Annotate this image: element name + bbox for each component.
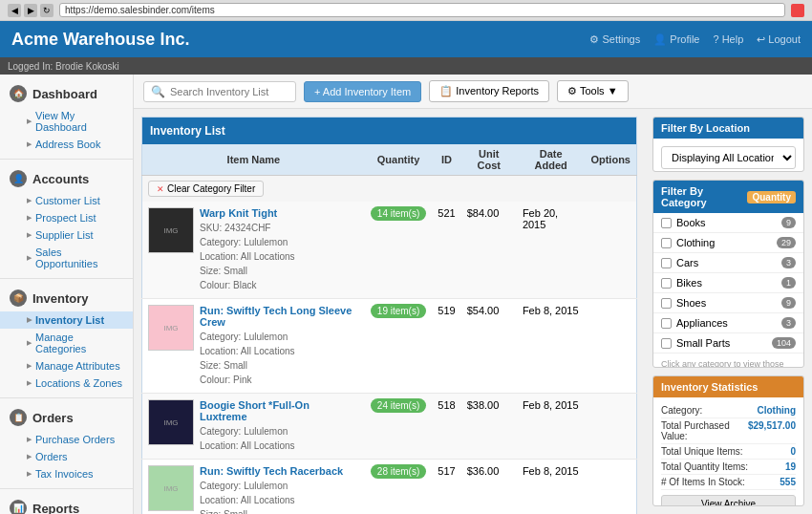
view-archive-btn[interactable]: View Archive	[661, 495, 796, 506]
logout-link[interactable]: ↩ Logout	[757, 33, 801, 46]
cat-name: Bikes	[676, 277, 702, 289]
search-box[interactable]: 🔍	[143, 81, 296, 102]
cat-name: Books	[676, 217, 706, 228]
stats-value: 19	[785, 461, 796, 472]
profile-link[interactable]: 👤 Profile	[653, 33, 699, 46]
app-logo: Acme Warehouse Inc.	[11, 30, 189, 50]
cat-checkbox[interactable]	[661, 278, 672, 289]
item-date-cell: Feb 8, 2015	[517, 394, 586, 460]
item-name-cell: IMG Run: Swiftly Tech Long Sleeve Crew C…	[142, 299, 365, 394]
sidebar-item-sales-opportunities[interactable]: Sales Opportunities	[0, 244, 133, 272]
stats-row: Total Purchased Value: $29,517.00	[661, 418, 796, 444]
help-link[interactable]: ? Help	[714, 33, 744, 45]
item-id-cell: 521	[432, 202, 460, 299]
cat-count: 1	[781, 277, 796, 289]
search-input[interactable]	[170, 86, 285, 97]
inventory-stats-box: Inventory Statistics Category: Clothing …	[652, 375, 804, 506]
cat-name: Shoes	[676, 297, 706, 309]
item-options-cell[interactable]	[585, 460, 636, 515]
sidebar-item-address-book[interactable]: Address Book	[0, 136, 133, 153]
cat-checkbox[interactable]	[661, 258, 672, 268]
sidebar-label-orders: Orders	[32, 411, 74, 425]
sidebar-title-inventory[interactable]: 📦 Inventory	[0, 285, 133, 311]
forward-btn[interactable]: ▶	[24, 4, 37, 17]
orders-icon: 📋	[10, 409, 27, 426]
col-options: Options	[585, 144, 636, 176]
refresh-btn[interactable]: ↻	[40, 4, 53, 17]
item-options-cell[interactable]	[585, 299, 636, 394]
stats-row: Total Quantity Items: 19	[661, 460, 796, 475]
item-name[interactable]: Boogie Short *Full-On Luxtreme	[200, 399, 359, 422]
filter-row: Clear Category Filter	[142, 176, 637, 203]
item-date-cell: Feb 8, 2015	[517, 460, 586, 515]
inventory-reports-btn[interactable]: 📋 Inventory Reports	[429, 80, 549, 102]
item-options-cell[interactable]	[585, 394, 636, 460]
sidebar-section-dashboard: 🏠 Dashboard View My Dashboard Address Bo…	[0, 75, 133, 160]
item-quantity-cell: 19 item(s)	[365, 299, 432, 394]
sidebar-item-prospect-list[interactable]: Prospect List	[0, 209, 133, 226]
nav-buttons[interactable]: ◀ ▶ ↻	[8, 4, 53, 17]
sidebar-item-tax-invoices[interactable]: Tax Invoices	[0, 465, 133, 482]
cat-left: Clothing	[661, 237, 715, 248]
category-item[interactable]: Books 9	[653, 213, 803, 233]
right-panel: Filter By Location Displaying All Locati…	[645, 109, 812, 514]
sidebar-title-dashboard[interactable]: 🏠 Dashboard	[0, 80, 133, 107]
category-item[interactable]: Bikes 1	[653, 273, 803, 293]
cat-checkbox[interactable]	[661, 338, 672, 349]
accounts-icon: 👤	[10, 170, 27, 187]
sidebar-label-accounts: Accounts	[32, 172, 89, 186]
sidebar-title-accounts[interactable]: 👤 Accounts	[0, 165, 133, 192]
url-bar[interactable]: https://demo.salesbinder.com/items	[59, 3, 785, 17]
top-bar: Acme Warehouse Inc. ⚙ Settings 👤 Profile…	[0, 21, 812, 57]
category-item[interactable]: Appliances 3	[653, 313, 803, 333]
category-item[interactable]: Shoes 9	[653, 293, 803, 313]
sidebar-item-manage-attributes[interactable]: Manage Attributes	[0, 357, 133, 375]
stats-label: Total Unique Items:	[661, 446, 743, 457]
sidebar-item-inventory-list[interactable]: Inventory List	[0, 311, 133, 329]
favicon	[791, 4, 804, 17]
cat-checkbox[interactable]	[661, 318, 672, 329]
sidebar-item-view-dashboard[interactable]: View My Dashboard	[0, 107, 133, 136]
item-name[interactable]: Run: Swiftly Tech Long Sleeve Crew	[200, 305, 359, 328]
sidebar-label-inventory: Inventory	[32, 291, 89, 306]
item-name[interactable]: Warp Knit Tight	[200, 207, 295, 219]
category-qty-badge: Quantity	[747, 191, 796, 203]
cat-checkbox[interactable]	[661, 298, 672, 309]
sidebar-title-reports[interactable]: 📊 Reports	[0, 495, 133, 514]
cat-checkbox[interactable]	[661, 238, 672, 248]
item-id-cell: 517	[432, 460, 460, 515]
cat-left: Books	[661, 217, 706, 228]
category-list: Books 9 Clothing 29 Cars 3 Bikes 1 Shoes…	[653, 213, 803, 353]
category-item[interactable]: Cars 3	[653, 253, 803, 273]
item-unit-cost-cell: $84.00	[461, 202, 517, 299]
cat-checkbox[interactable]	[661, 218, 672, 228]
stats-row: # Of Items In Stock: 555	[661, 475, 796, 490]
sidebar-item-locations-zones[interactable]: Locations & Zones	[0, 375, 133, 392]
back-btn[interactable]: ◀	[8, 4, 21, 17]
table-row[interactable]: IMG Run: Swiftly Tech Long Sleeve Crew C…	[142, 299, 637, 394]
category-item[interactable]: Clothing 29	[653, 233, 803, 253]
location-select[interactable]: Displaying All Locations	[661, 146, 796, 169]
sidebar-item-purchase-orders[interactable]: Purchase Orders	[0, 431, 133, 448]
sidebar-item-customer-list[interactable]: Customer List	[0, 192, 133, 209]
table-row[interactable]: IMG Boogie Short *Full-On Luxtreme Categ…	[142, 394, 637, 460]
item-name[interactable]: Run: Swiftly Tech Racerback	[200, 465, 343, 477]
table-row[interactable]: IMG Warp Knit Tight SKU: 24324CHF Catego…	[142, 202, 637, 299]
item-options-cell[interactable]	[585, 202, 636, 299]
sidebar-item-orders[interactable]: Orders	[0, 448, 133, 465]
category-item[interactable]: Small Parts 104	[653, 333, 803, 353]
search-icon: 🔍	[151, 85, 165, 98]
sidebar-item-supplier-list[interactable]: Supplier List	[0, 226, 133, 244]
tools-btn[interactable]: ⚙ Tools ▼	[557, 80, 628, 102]
sidebar-title-orders[interactable]: 📋 Orders	[0, 404, 133, 431]
cat-left: Cars	[661, 257, 698, 268]
cat-left: Appliances	[661, 317, 728, 329]
sidebar-section-reports: 📊 Reports Financial Report Aged Receivab…	[0, 489, 133, 514]
table-row[interactable]: IMG Run: Swiftly Tech Racerback Category…	[142, 460, 637, 515]
dashboard-icon: 🏠	[10, 85, 27, 102]
settings-link[interactable]: ⚙ Settings	[589, 33, 640, 46]
stats-value: 0	[790, 446, 796, 457]
clear-category-filter-btn[interactable]: Clear Category Filter	[148, 181, 264, 197]
sidebar-item-manage-categories[interactable]: Manage Categories	[0, 329, 133, 357]
add-inventory-btn[interactable]: + Add Inventory Item	[304, 81, 421, 102]
